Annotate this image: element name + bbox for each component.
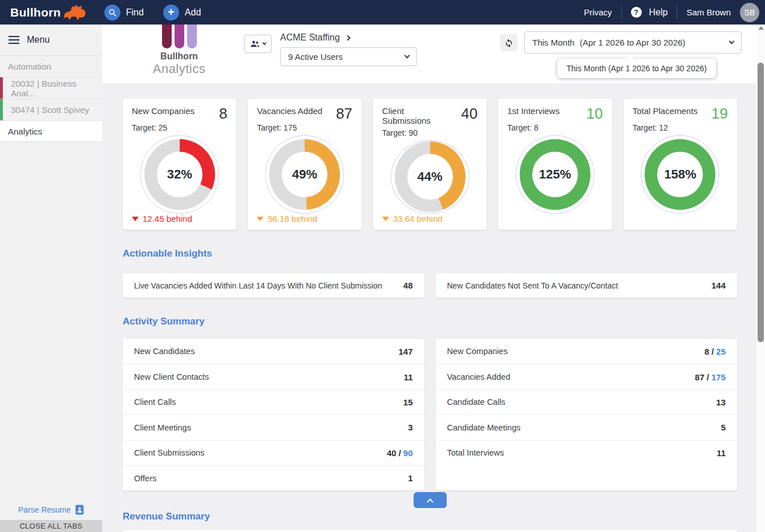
logo-pill-light: [187, 25, 197, 48]
activity-row[interactable]: Candidate Calls13/: [436, 389, 738, 415]
activity-value: 11: [717, 448, 726, 458]
hamburger-icon: [9, 34, 19, 46]
kpi-behind-label: 56.18 behind: [268, 214, 317, 224]
activity-row[interactable]: Total Interviews11/: [436, 440, 738, 465]
refresh-sync-icon: [504, 38, 514, 48]
kpi-card-client-submissions: Client Submissions40 Target: 90 44% 33.6…: [373, 99, 487, 230]
activity-left-column: New Candidates147/ New Client Contacts11…: [123, 339, 424, 490]
activity-row[interactable]: Client Calls15/: [123, 389, 424, 415]
kpi-percent: 158%: [664, 167, 696, 182]
breadcrumb[interactable]: ACME Staffing: [280, 33, 350, 43]
date-range-dropdown[interactable]: This Month(Apr 1 2026 to Apr 30 2026): [524, 31, 742, 54]
kpi-percent: 49%: [292, 167, 317, 182]
add-button[interactable]: + Add: [163, 5, 201, 21]
parse-resume-label: Parse Resume: [18, 505, 71, 514]
menu-label: Menu: [27, 35, 50, 45]
activity-label: New Client Contacts: [134, 372, 209, 381]
kpi-target: Target: 90: [382, 128, 477, 137]
bullhorn-bull-icon: [62, 4, 87, 21]
close-all-tabs-label: CLOSE ALL TABS: [19, 522, 82, 530]
kpi-behind-indicator: 12.45 behind: [132, 214, 227, 224]
refresh-button[interactable]: [500, 34, 517, 51]
analytics-header: Bullhorn Analytics ACME Staffing 9 Activ…: [102, 25, 756, 84]
kpi-donut-chart: 32%: [140, 135, 219, 214]
kpi-percent: 44%: [417, 169, 442, 184]
down-triangle-icon: [257, 217, 264, 221]
scroll-to-top-button[interactable]: [414, 492, 447, 508]
bullhorn-analytics-logo: Bullhorn Analytics: [133, 25, 225, 76]
user-avatar[interactable]: SB: [740, 3, 759, 22]
sidebar-item-analytics[interactable]: Analytics: [0, 120, 102, 142]
kpi-value: 40: [461, 106, 477, 126]
kpi-target: Target: 25: [132, 123, 227, 132]
kpi-value: 8: [219, 106, 227, 121]
kpi-title: Vacancies Added: [257, 106, 322, 121]
plus-icon: +: [163, 5, 179, 21]
parse-resume-link[interactable]: Parse Resume: [0, 505, 102, 515]
user-name[interactable]: Sam Brown: [686, 7, 731, 17]
down-triangle-icon: [382, 217, 389, 221]
scrollbar-thumb[interactable]: [758, 63, 764, 342]
kpi-target: Target: 175: [257, 123, 352, 132]
activity-row[interactable]: New Client Contacts11/: [123, 364, 424, 389]
kpi-card-1st-interviews: 1st Interviews10 Target: 8 125%: [498, 99, 612, 230]
help-button[interactable]: ? Help: [631, 7, 668, 18]
kpi-card-vacancies-added: Vacancies Added87 Target: 175 49% 56.18 …: [248, 99, 361, 230]
activity-target: 90: [403, 448, 413, 458]
activity-row[interactable]: Vacancies Added87/175: [436, 364, 738, 389]
sidebar: Menu Automation 20032 | Business Anal...…: [0, 25, 102, 532]
kpi-value: 87: [336, 106, 353, 121]
insight-row-live-vacancies[interactable]: Live Vacancies Added Within Last 14 Days…: [123, 273, 424, 298]
activity-row[interactable]: Client Meetings3/: [123, 415, 424, 440]
activity-row[interactable]: New Companies8/25: [436, 339, 738, 364]
sidebar-item-label: Automation: [8, 62, 51, 71]
logo-text-bullhorn: Bullhorn: [133, 51, 225, 62]
kpi-card-total-placements: Total Placements19 Target: 12 158%: [624, 99, 737, 230]
active-users-value: 9 Active Users: [288, 52, 343, 62]
activity-label: Client Meetings: [134, 423, 191, 432]
activity-label: Client Submissions: [134, 448, 204, 457]
kpi-donut-chart: 158%: [641, 135, 719, 214]
bullhorn-wordmark: Bullhorn: [10, 6, 61, 19]
actionable-insights-title: Actionable Insights: [123, 248, 737, 259]
find-label: Find: [126, 7, 144, 18]
sidebar-tab-scott-spivey[interactable]: 30474 | Scott Spivey: [0, 99, 102, 120]
insight-row-new-candidates[interactable]: New Candidates Not Sent To A Vacancy/Con…: [436, 273, 738, 298]
privacy-link[interactable]: Privacy: [584, 7, 612, 17]
sidebar-item-label: Analytics: [8, 127, 42, 136]
chevron-down-icon: [729, 39, 735, 44]
user-scope-button[interactable]: [244, 35, 272, 53]
kpi-behind-label: 33.64 behind: [393, 214, 443, 224]
activity-target: 25: [716, 347, 726, 356]
activity-row[interactable]: Client Submissions40/90: [123, 440, 424, 465]
kpi-donut-chart: 44%: [391, 140, 469, 214]
active-users-dropdown[interactable]: 9 Active Users: [280, 47, 417, 66]
scrollbar-up-arrow-icon[interactable]: [758, 26, 764, 30]
activity-value: 1: [408, 473, 412, 483]
sidebar-tab-business-analytics[interactable]: 20032 | Business Anal...: [0, 77, 102, 99]
period-range: (Apr 1 2026 to Apr 30 2026): [580, 38, 685, 47]
activity-row[interactable]: New Candidates147/: [123, 339, 424, 364]
logo-text-analytics: Analytics: [133, 62, 225, 76]
tooltip-text: This Month (Apr 1 2026 to Apr 30 2026): [566, 64, 707, 73]
bullhorn-logo[interactable]: Bullhorn: [10, 4, 87, 21]
close-all-tabs-button[interactable]: CLOSE ALL TABS: [0, 520, 102, 532]
sidebar-item-automation[interactable]: Automation: [0, 55, 102, 77]
breadcrumb-label: ACME Staffing: [280, 33, 340, 43]
activity-label: Client Calls: [134, 397, 176, 407]
vertical-scrollbar[interactable]: [756, 25, 765, 532]
chevron-up-icon: [427, 498, 433, 505]
kpi-donut-chart: 125%: [516, 135, 594, 214]
find-button[interactable]: Find: [104, 5, 144, 21]
help-icon: ?: [631, 7, 642, 18]
help-label: Help: [649, 7, 668, 18]
activity-label: New Candidates: [134, 347, 195, 356]
activity-row[interactable]: Candidate Meetings5/: [436, 415, 738, 440]
activity-value: 8: [705, 347, 709, 356]
menu-button[interactable]: Menu: [0, 25, 102, 55]
kpi-title: New Companies: [132, 106, 195, 121]
kpi-title: Total Placements: [633, 106, 698, 121]
activity-row[interactable]: Offers1/: [123, 465, 424, 490]
logo-pill-purple: [175, 25, 184, 48]
sidebar-item-label: 30474 | Scott Spivey: [11, 105, 89, 115]
